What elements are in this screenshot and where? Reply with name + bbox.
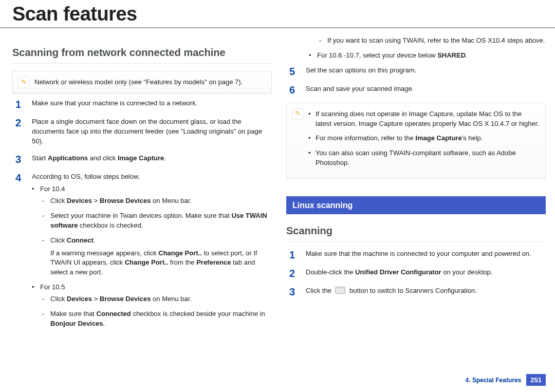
- text-fragment: According to OS, follow steps below.: [32, 172, 272, 182]
- text-fragment: Select your machine in Twain devices opt…: [50, 212, 231, 219]
- text-fragment: Make sure that: [50, 310, 97, 318]
- text-fragment: on Menu bar.: [151, 197, 192, 204]
- os-104-item: For 10.4 Click Devices > Browse Devices …: [32, 184, 272, 277]
- substep: Click Connect. If a warning message appe…: [40, 236, 272, 277]
- substep: Click Devices > Browse Devices on Menu b…: [40, 196, 272, 206]
- step-number: 2: [289, 268, 299, 279]
- text-fragment: For more information, refer to the: [316, 134, 415, 142]
- step-body: Double-click the Unified Driver Configur…: [306, 268, 546, 279]
- step-body: Make sure that the machine is connected …: [306, 249, 546, 260]
- text-fragment: checkbox is checked.: [78, 221, 143, 229]
- left-column: Scanning from network connected machine …: [12, 36, 272, 341]
- text-fragment: Click: [50, 295, 67, 303]
- text-fragment: and click: [88, 154, 118, 162]
- bold-text: Applications: [48, 154, 88, 162]
- scanner-config-icon: [335, 287, 345, 294]
- bold-text: SHARED: [437, 51, 466, 59]
- text-fragment: on Menu bar.: [151, 295, 192, 303]
- step-body: Click the button to switch to Scanners C…: [306, 286, 546, 297]
- step-6: 6 Scan and save your scanned image.: [286, 84, 546, 96]
- text-fragment: .: [94, 236, 96, 244]
- note-box-image-capture: If scanning does not operate in Image Ca…: [286, 103, 546, 179]
- note-box-network: Network or wireless model only (see "Fea…: [12, 71, 272, 94]
- os-105-item: For 10.5 Click Devices > Browse Devices …: [32, 283, 272, 328]
- bold-text: Browse Devices: [100, 295, 151, 303]
- text-fragment: button to switch to Scanners Configurati…: [347, 287, 476, 294]
- text-fragment: checkbox is checked beside your machine …: [131, 310, 265, 318]
- substep-extra: If a warning message appears, click Chan…: [50, 249, 272, 278]
- bold-text: Change Port..: [125, 258, 169, 266]
- note-item: If scanning does not operate in Image Ca…: [308, 109, 539, 129]
- bold-text: Change Port..: [158, 249, 202, 257]
- step-body: Place a single document face down on the…: [32, 117, 272, 146]
- cont-dash-1: If you want to scan using TWAIN, refer t…: [317, 36, 546, 46]
- text-fragment: For 10.4: [40, 185, 65, 193]
- substep: Make sure that Connected checkbox is che…: [40, 309, 272, 329]
- bold-text: Image Capture: [118, 154, 164, 162]
- bold-text: Bonjour Devices: [50, 320, 103, 327]
- linux-step-2: 2 Double-click the Unified Driver Config…: [286, 268, 546, 279]
- bold-text: Image Capture: [415, 134, 461, 142]
- bold-text: Devices: [67, 295, 92, 303]
- step-3: 3 Start Applications and click Image Cap…: [12, 154, 272, 165]
- cont-bullet-106: For 10.6 -10.7, select your device below…: [309, 51, 546, 61]
- page-number: 251: [526, 374, 546, 386]
- step-1: 1 Make sure that your machine is connect…: [12, 99, 272, 110]
- section-bar-linux: Linux scanning: [286, 196, 546, 214]
- bold-text: Connected: [97, 310, 131, 318]
- bold-text: Unified Driver Configurator: [355, 268, 441, 276]
- text-fragment: on your desktop.: [441, 268, 493, 276]
- step-number: 6: [289, 84, 299, 96]
- bold-text: Connect: [67, 236, 94, 244]
- text-fragment: Double-click the: [306, 268, 355, 276]
- pencil-icon: [292, 108, 303, 120]
- section-rule: [286, 241, 546, 242]
- step-5: 5 Set the scan options on this program.: [286, 66, 546, 77]
- pencil-icon: [18, 77, 29, 88]
- text-fragment: .: [103, 320, 105, 327]
- section-heading-scanning: Scanning: [286, 223, 546, 238]
- text-fragment: Click the: [306, 287, 333, 294]
- text-fragment: Click: [50, 236, 67, 244]
- chapter-label: 4. Special Features: [466, 377, 522, 384]
- right-column: If you want to scan using TWAIN, refer t…: [286, 36, 546, 341]
- text-fragment: 's help.: [462, 134, 483, 142]
- step-number: 2: [15, 117, 25, 146]
- step-number: 1: [289, 249, 299, 260]
- text-fragment: .: [466, 51, 468, 59]
- note-text: Network or wireless model only (see "Fea…: [34, 77, 243, 87]
- page-footer: 4. Special Features 251: [466, 374, 546, 386]
- step-number: 3: [15, 154, 25, 165]
- step-body: Start Applications and click Image Captu…: [32, 154, 272, 165]
- step-number: 5: [289, 66, 299, 77]
- text-fragment: Click: [50, 197, 67, 204]
- text-fragment: For 10.5: [40, 283, 65, 291]
- text-fragment: Start: [32, 154, 48, 162]
- step-4: 4 According to OS, follow steps below. F…: [12, 172, 272, 334]
- step-number: 3: [289, 286, 299, 297]
- step-body: According to OS, follow steps below. For…: [32, 172, 272, 334]
- linux-step-1: 1 Make sure that the machine is connecte…: [286, 249, 546, 260]
- text-fragment: >: [92, 295, 100, 303]
- page-title: Scan features: [0, 0, 555, 27]
- bold-text: Preference: [196, 258, 231, 266]
- note-item: You can also scan using TWAIN-compliant …: [308, 148, 539, 168]
- section-heading-network: Scanning from network connected machine: [12, 45, 272, 60]
- text-fragment: >: [92, 197, 100, 204]
- step-body: Make sure that your machine is connected…: [32, 99, 272, 110]
- linux-step-3: 3 Click the button to switch to Scanners…: [286, 286, 546, 297]
- text-fragment: .: [164, 154, 166, 162]
- note-item: For more information, refer to the Image…: [308, 134, 539, 143]
- substep: Select your machine in Twain devices opt…: [40, 211, 272, 231]
- substep: Click Devices > Browse Devices on Menu b…: [40, 294, 272, 304]
- section-rule: [12, 63, 272, 64]
- bold-text: Devices: [67, 197, 92, 204]
- step-number: 4: [15, 172, 25, 334]
- text-fragment: For 10.6 -10.7, select your device below: [317, 51, 437, 59]
- step-body: Set the scan options on this program.: [306, 66, 546, 77]
- bold-text: Browse Devices: [100, 197, 151, 204]
- step-2: 2 Place a single document face down on t…: [12, 117, 272, 146]
- step-body: Scan and save your scanned image.: [306, 84, 546, 96]
- text-fragment: If a warning message appears, click: [50, 249, 158, 257]
- text-fragment: from the: [168, 258, 196, 266]
